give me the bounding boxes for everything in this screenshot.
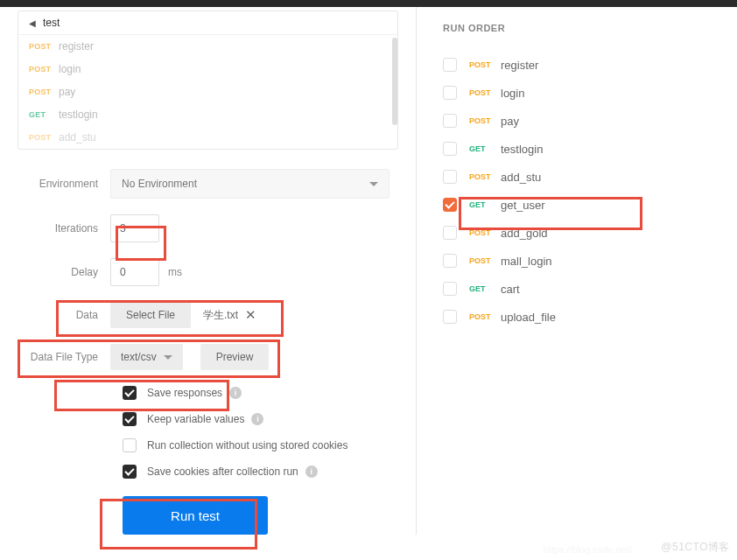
- run-order-item[interactable]: POSTmall_login: [443, 247, 737, 275]
- left-panel: ◀ test POSTregisterPOSTloginPOSTpayGETte…: [0, 7, 416, 535]
- save-responses-checkbox[interactable]: [123, 386, 137, 400]
- collection-box: ◀ test POSTregisterPOSTloginPOSTpayGETte…: [18, 10, 398, 150]
- run-order-item[interactable]: GETcart: [443, 275, 737, 303]
- iterations-label: Iterations: [26, 222, 110, 234]
- order-checkbox[interactable]: [443, 226, 457, 240]
- request-item[interactable]: POSTpay: [18, 80, 397, 103]
- request-item[interactable]: POSTlogin: [18, 58, 397, 80]
- method-badge: GET: [29, 110, 59, 119]
- select-file-button[interactable]: Select File: [110, 302, 191, 328]
- order-checkbox[interactable]: [443, 142, 457, 156]
- order-item-name: pay: [501, 115, 519, 128]
- order-checkbox[interactable]: [443, 58, 457, 72]
- order-item-name: testlogin: [501, 143, 543, 156]
- clear-file-icon[interactable]: ✕: [245, 307, 256, 323]
- method-badge: POST: [469, 60, 501, 69]
- save-responses-label: Save responses: [147, 387, 222, 399]
- method-badge: POST: [469, 312, 501, 321]
- run-order-item[interactable]: GETget_user: [443, 191, 737, 219]
- info-icon[interactable]: i: [305, 466, 318, 478]
- order-item-name: add_stu: [501, 171, 541, 184]
- run-order-item[interactable]: POSTregister: [443, 51, 737, 79]
- run-order-item[interactable]: POSTlogin: [443, 79, 737, 107]
- order-item-name: upload_file: [501, 311, 556, 324]
- order-checkbox[interactable]: [443, 170, 457, 184]
- run-button[interactable]: Run test: [123, 496, 268, 535]
- info-icon[interactable]: i: [229, 387, 242, 399]
- run-without-cookies-label: Run collection without using stored cook…: [147, 439, 347, 452]
- data-file-type-label: Data File Type: [26, 351, 110, 363]
- chevron-down-icon: [164, 355, 172, 360]
- method-badge: POST: [469, 116, 501, 125]
- request-item[interactable]: POSTregister: [18, 35, 397, 58]
- order-checkbox[interactable]: [443, 282, 457, 296]
- iterations-input[interactable]: [110, 214, 159, 242]
- run-order-item[interactable]: POSTpay: [443, 107, 737, 135]
- order-item-name: login: [501, 87, 524, 100]
- data-file-name: 学生.txt: [203, 308, 238, 323]
- order-item-name: cart: [501, 283, 520, 296]
- method-badge: POST: [29, 42, 59, 51]
- collection-name: test: [43, 17, 60, 29]
- environment-value: No Environment: [122, 178, 197, 190]
- order-checkbox[interactable]: [443, 254, 457, 268]
- method-badge: GET: [469, 284, 501, 293]
- method-badge: GET: [469, 200, 501, 209]
- preview-button[interactable]: Preview: [200, 344, 270, 370]
- data-label: Data: [26, 309, 110, 321]
- order-checkbox[interactable]: [443, 114, 457, 128]
- run-order-item[interactable]: GETtestlogin: [443, 135, 737, 163]
- keep-variable-checkbox[interactable]: [123, 412, 137, 426]
- info-icon[interactable]: i: [251, 413, 263, 425]
- request-item[interactable]: GETtestlogin: [18, 103, 397, 126]
- environment-select[interactable]: No Environment: [110, 169, 390, 199]
- settings-panel: Environment No Environment Iterations De…: [0, 150, 416, 535]
- top-bar: [0, 0, 737, 7]
- method-badge: GET: [469, 144, 501, 153]
- method-badge: POST: [29, 133, 59, 142]
- run-order-title: RUN ORDER: [443, 23, 737, 33]
- method-badge: POST: [469, 228, 501, 237]
- run-order-item[interactable]: POSTadd_gold: [443, 219, 737, 247]
- watermark-text: @51CTO博客: [661, 540, 730, 555]
- delay-unit: ms: [168, 266, 182, 278]
- request-name: pay: [59, 86, 75, 98]
- run-order-list: POSTregisterPOSTloginPOSTpayGETtestlogin…: [443, 51, 737, 331]
- delay-label: Delay: [26, 266, 110, 278]
- method-badge: POST: [469, 88, 501, 97]
- order-item-name: add_gold: [501, 227, 548, 240]
- order-item-name: register: [501, 59, 538, 72]
- save-cookies-label: Save cookies after collection run: [147, 466, 298, 478]
- back-arrow-icon: ◀: [29, 18, 36, 28]
- request-name: add_stu: [59, 131, 96, 144]
- method-badge: POST: [29, 65, 59, 74]
- method-badge: POST: [29, 88, 59, 96]
- environment-label: Environment: [26, 178, 110, 190]
- order-item-name: get_user: [501, 199, 545, 212]
- request-list: POSTregisterPOSTloginPOSTpayGETtestlogin…: [18, 35, 397, 149]
- run-order-item[interactable]: POSTadd_stu: [443, 163, 737, 191]
- method-badge: POST: [469, 256, 501, 265]
- request-name: register: [59, 40, 94, 52]
- right-panel: RUN ORDER POSTregisterPOSTloginPOSTpayGE…: [416, 7, 737, 535]
- request-name: login: [59, 63, 81, 75]
- scrollbar[interactable]: [392, 38, 397, 125]
- delay-input[interactable]: [110, 258, 159, 286]
- run-order-item[interactable]: POSTupload_file: [443, 303, 737, 331]
- order-checkbox[interactable]: [443, 86, 457, 100]
- method-badge: POST: [469, 172, 501, 181]
- watermark-url: https://blog.csdn.net/: [543, 544, 632, 555]
- chevron-down-icon: [369, 182, 378, 186]
- save-cookies-checkbox[interactable]: [123, 465, 137, 479]
- order-checkbox[interactable]: [443, 310, 457, 324]
- request-name: testlogin: [59, 108, 98, 121]
- order-item-name: mall_login: [501, 255, 552, 268]
- order-checkbox[interactable]: [443, 198, 457, 212]
- run-without-cookies-checkbox[interactable]: [123, 438, 137, 452]
- keep-variable-label: Keep variable values: [147, 413, 244, 425]
- collection-header[interactable]: ◀ test: [18, 11, 397, 35]
- request-item[interactable]: POSTadd_stu: [18, 126, 397, 149]
- data-file-type-select[interactable]: text/csv: [110, 344, 183, 370]
- data-file-type-value: text/csv: [121, 351, 157, 363]
